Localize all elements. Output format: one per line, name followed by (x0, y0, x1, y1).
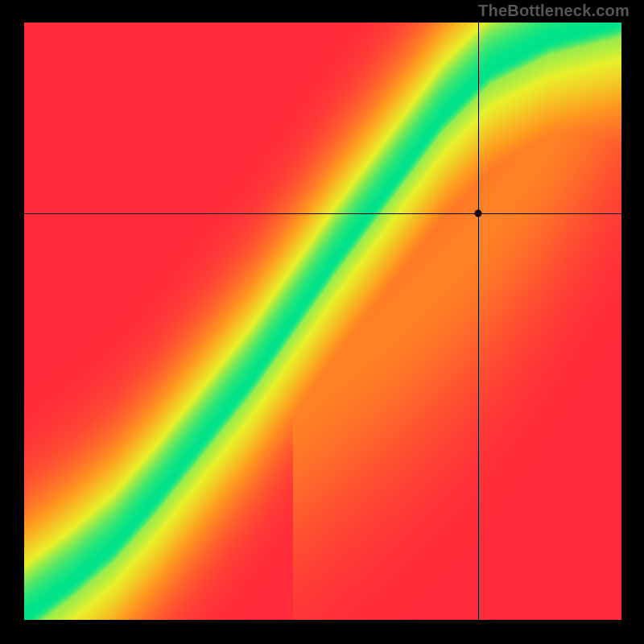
selection-marker (474, 210, 481, 217)
heatmap-canvas (24, 23, 621, 620)
heatmap-plot (24, 23, 621, 620)
crosshair-vertical (478, 23, 479, 620)
chart-frame: TheBottleneck.com (0, 0, 644, 644)
crosshair-horizontal (24, 213, 621, 214)
watermark-text: TheBottleneck.com (478, 2, 630, 20)
